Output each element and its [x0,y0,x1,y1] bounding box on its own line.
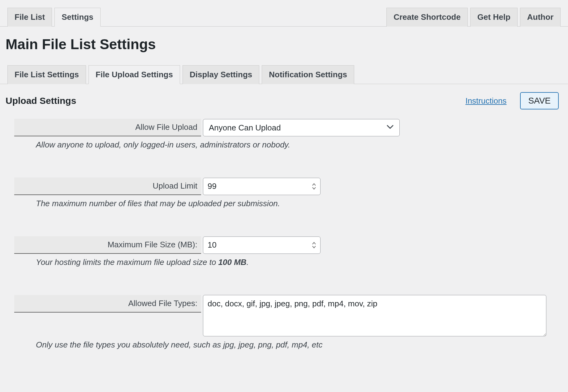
input-upload-limit[interactable] [203,178,321,195]
save-button[interactable]: SAVE [520,92,559,109]
tab-author[interactable]: Author [520,8,561,27]
top-tabs-right: Create Shortcode Get Help Author [386,7,561,26]
row-upload-limit: Upload Limit The maximum number of files… [14,177,559,208]
number-wrap-max-file-size [203,236,321,254]
textarea-allowed-file-types[interactable] [203,295,546,336]
desc-allowed-file-types: Only use the file types you absolutely n… [14,336,559,350]
label-upload-limit: Upload Limit [14,177,201,195]
tab-get-help[interactable]: Get Help [470,8,518,27]
subtab-file-list-settings[interactable]: File List Settings [7,65,86,84]
desc-suffix: . [247,258,249,267]
top-tab-bar: File List Settings Create Shortcode Get … [0,0,568,27]
subtab-file-upload-settings[interactable]: File Upload Settings [88,65,180,84]
section-header: Upload Settings Instructions SAVE [0,84,568,113]
desc-prefix: Your hosting limits the maximum file upl… [36,258,218,267]
top-tabs-left: File List Settings [7,7,101,26]
tab-settings[interactable]: Settings [54,8,101,27]
subtab-display-settings[interactable]: Display Settings [183,65,259,84]
section-title: Upload Settings [6,96,76,106]
row-max-file-size: Maximum File Size (MB): Your hosting lim… [14,236,559,267]
desc-bold: 100 MB [218,258,247,267]
page-title: Main File List Settings [0,27,568,56]
number-wrap-upload-limit [203,178,321,195]
desc-upload-limit: The maximum number of files that may be … [14,195,559,208]
label-allowed-file-types: Allowed File Types: [14,295,201,313]
desc-max-file-size: Your hosting limits the maximum file upl… [14,254,559,267]
select-allow-file-upload[interactable]: Anyone Can Upload [203,119,400,136]
select-wrap-allow-upload: Anyone Can Upload [203,119,400,136]
instructions-link[interactable]: Instructions [465,96,506,106]
label-max-file-size: Maximum File Size (MB): [14,236,201,254]
input-max-file-size[interactable] [203,236,321,254]
row-allowed-file-types: Allowed File Types: Only use the file ty… [14,295,559,350]
form-area: Allow File Upload Anyone Can Upload Allo… [0,113,568,350]
row-allow-file-upload: Allow File Upload Anyone Can Upload Allo… [14,119,559,150]
desc-allow-file-upload: Allow anyone to upload, only logged-in u… [14,136,559,150]
subtab-notification-settings[interactable]: Notification Settings [262,65,354,84]
sub-tab-bar: File List Settings File Upload Settings … [0,56,568,84]
section-actions: Instructions SAVE [465,92,559,109]
label-allow-file-upload: Allow File Upload [14,119,201,136]
tab-create-shortcode[interactable]: Create Shortcode [386,8,468,27]
tab-file-list[interactable]: File List [7,8,52,27]
